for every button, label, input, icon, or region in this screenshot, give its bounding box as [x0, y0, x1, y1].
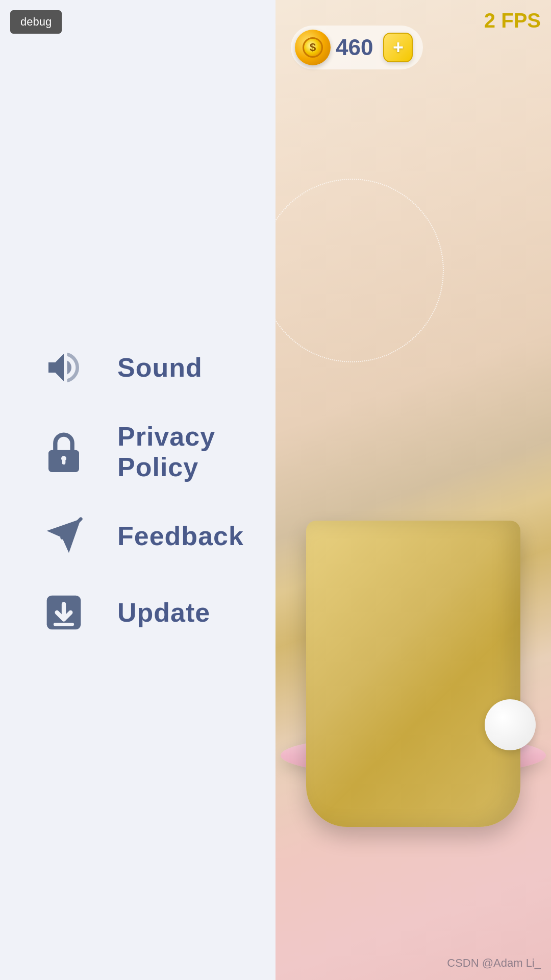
white-ball [485, 699, 536, 750]
right-panel: 2 FPS $ 460 + CSDN @Adam Li_ [276, 0, 551, 980]
svg-rect-2 [62, 459, 66, 464]
add-coins-icon: + [393, 38, 404, 57]
decorative-circle [276, 179, 444, 362]
watermark: CSDN @Adam Li_ [447, 957, 541, 970]
menu-item-sound[interactable]: Sound [41, 345, 235, 390]
debug-button[interactable]: debug [10, 10, 62, 34]
coin-amount: 460 [336, 35, 373, 60]
coin-counter: $ 460 + [291, 26, 423, 69]
send-icon [41, 513, 87, 559]
feedback-label: Feedback [117, 521, 244, 551]
fps-counter: 2 FPS [484, 9, 541, 32]
menu-list: Sound Privacy Policy Feedb [41, 345, 235, 635]
coin-icon: $ [295, 30, 331, 65]
lock-icon [41, 429, 87, 475]
cup [306, 521, 520, 827]
privacy-policy-label: Privacy Policy [117, 421, 235, 482]
add-coins-button[interactable]: + [383, 33, 413, 62]
menu-item-feedback[interactable]: Feedback [41, 513, 235, 559]
left-panel: debug Sound [0, 0, 276, 980]
sound-label: Sound [117, 352, 203, 383]
coin-inner: $ [303, 37, 323, 58]
menu-item-privacy[interactable]: Privacy Policy [41, 421, 235, 482]
food-visual [276, 368, 551, 827]
sound-icon [41, 345, 87, 390]
update-label: Update [117, 597, 210, 628]
download-icon [41, 590, 87, 635]
menu-item-update[interactable]: Update [41, 590, 235, 635]
